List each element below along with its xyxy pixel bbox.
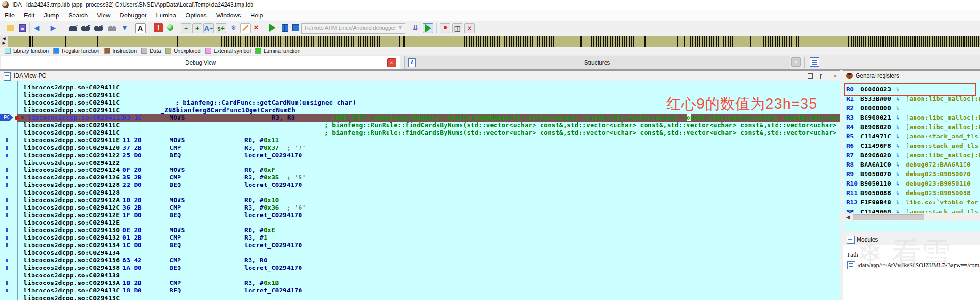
add-watch-icon[interactable]: ◫ bbox=[452, 23, 462, 33]
legend-item: Instruction bbox=[104, 48, 137, 54]
navigation-band[interactable] bbox=[8, 36, 980, 47]
jump-down-icon[interactable]: ▼ bbox=[120, 23, 130, 32]
disasm-row[interactable]: libcocos2dcpp.so:C0294122 bbox=[0, 159, 840, 167]
menu-options[interactable]: Options bbox=[181, 10, 211, 19]
tab-close-icon[interactable]: × bbox=[387, 58, 396, 67]
register-row[interactable]: R200000000↳ bbox=[843, 104, 980, 113]
menu-help[interactable]: Help bbox=[246, 10, 268, 19]
register-row[interactable]: R12F1F90B48↳libc.so:`vtable for'l bbox=[843, 198, 980, 207]
collapse-arrow-icon[interactable]: ∨ bbox=[21, 114, 24, 122]
disasm-row[interactable]: libcocos2dcpp.so:C02941240F 20MOVSR0, #0… bbox=[0, 166, 840, 174]
modules-icon bbox=[847, 236, 855, 244]
disasm-row[interactable]: libcocos2dcpp.so:C029412C36 2BCMPR3, #0x… bbox=[0, 204, 840, 211]
ida-view-title-bar[interactable]: IDA View-PC × bbox=[0, 71, 840, 81]
register-row[interactable]: R000000023↳ bbox=[843, 85, 980, 94]
attach-process-icon[interactable]: ⇊ bbox=[411, 23, 420, 32]
registers-hscrollbar[interactable]: ◀ bbox=[843, 213, 980, 221]
register-row[interactable]: R6C11496F8↳[anon:stack_and_tls:9 bbox=[843, 141, 980, 151]
register-row[interactable]: R4B8908020↳[anon:libc_malloc]:B8 bbox=[843, 122, 980, 132]
disasm-row[interactable]: libcocos2dcpp.so:C029412E bbox=[0, 219, 840, 227]
problems-icon[interactable]: ! bbox=[154, 23, 163, 32]
disasm-row[interactable]: libcocos2dcpp.so:C029413201 2BCMPR3, #1 bbox=[0, 234, 840, 242]
legend-item: Library function bbox=[5, 48, 49, 54]
disasm-row[interactable]: libcocos2dcpp.so:C029412E1F D0BEQlocret_… bbox=[0, 211, 840, 219]
disasm-row[interactable]: libcocos2dcpp.so:C029412225 D0BEQlocret_… bbox=[0, 152, 840, 159]
search-immediate-icon[interactable]: 1 bbox=[94, 23, 103, 32]
registers-title-bar[interactable]: General registers bbox=[843, 71, 980, 81]
tab-structures[interactable]: A Structures bbox=[404, 56, 790, 69]
register-row[interactable]: R9B9050070↳debug023:B9050070 bbox=[843, 170, 980, 179]
window-list-icon[interactable] bbox=[810, 57, 819, 67]
module-icon bbox=[847, 261, 855, 269]
register-row[interactable]: R11B9050088↳debug023:B9050088 bbox=[843, 188, 980, 198]
disasm-row[interactable]: libcocos2dcpp.so:C0294134 bbox=[0, 249, 840, 257]
navigate-forward-icon[interactable]: ▶ bbox=[49, 23, 58, 32]
search-next-icon[interactable] bbox=[107, 23, 117, 32]
breakpoint-dot[interactable] bbox=[15, 116, 19, 120]
disasm-row[interactable]: libcocos2dcpp.so:C029413C18 D0BEQlocret_… bbox=[0, 287, 840, 294]
lumina-snowflake-icon[interactable]: ❄ bbox=[229, 23, 238, 32]
registers-list[interactable]: R000000023↳R1B933BA00↳[anon:libc_malloc]… bbox=[843, 81, 980, 222]
debugger-stop-icon[interactable] bbox=[291, 23, 300, 32]
navband-arrows[interactable]: ◀▶ bbox=[0, 36, 8, 48]
menu-edit[interactable]: Edit bbox=[19, 10, 39, 19]
menu-windows[interactable]: Windows bbox=[211, 10, 246, 19]
tabbar-close-icon[interactable]: × bbox=[791, 57, 801, 67]
search-binary-icon[interactable]: # bbox=[68, 23, 78, 32]
disasm-row[interactable]: libcocos2dcpp.so:C029412822 D0BEQlocret_… bbox=[0, 181, 840, 189]
disasm-row[interactable]: libcocos2dcpp.so:C0294128 bbox=[0, 189, 840, 196]
menu-lumina[interactable]: Lumina bbox=[151, 10, 181, 19]
disasm-row[interactable]: libcocos2dcpp.so:C02941341C D0BEQlocret_… bbox=[0, 242, 840, 249]
disasm-row[interactable]: libcocos2dcpp.so:C029413683 42CMPR3, R0 bbox=[0, 257, 840, 264]
float-window-icon[interactable] bbox=[807, 73, 813, 79]
register-row[interactable]: R1B933BA00↳[anon:libc_malloc]:B9 bbox=[843, 94, 980, 104]
scrollbar-thumb[interactable] bbox=[853, 214, 924, 220]
disasm-row[interactable]: libcocos2dcpp.so:C02941381A D0BEQlocret_… bbox=[0, 264, 840, 272]
menu-jump[interactable]: Jump bbox=[39, 10, 64, 19]
search-text-icon[interactable]: T bbox=[81, 23, 90, 32]
create-string-icon[interactable]: s+ bbox=[216, 23, 226, 33]
debugger-continue-icon[interactable] bbox=[267, 23, 277, 32]
disasm-row[interactable]: PC∨libcocos2dcpp.so:C029411C03 1CMOVSR3,… bbox=[0, 114, 840, 122]
debugger-selector[interactable]: Remote ARM Linux/Android debugger ▼ bbox=[301, 23, 405, 34]
edit-icon[interactable] bbox=[240, 23, 251, 33]
disasm-row[interactable]: libcocos2dcpp.so:C029411E11 20MOVSR0, #0… bbox=[0, 137, 840, 144]
close-window-icon[interactable]: × bbox=[832, 73, 839, 79]
create-data-icon[interactable]: + bbox=[192, 23, 202, 33]
step-over-icon[interactable] bbox=[423, 23, 433, 33]
menu-view[interactable]: View bbox=[92, 10, 115, 19]
menu-debugger[interactable]: Debugger bbox=[115, 10, 151, 19]
disasm-row[interactable]: libcocos2dcpp.so:C029411C; bianfeng::Run… bbox=[0, 129, 840, 137]
register-row[interactable]: R3B8908021↳[anon:libc_malloc]:B8 bbox=[843, 113, 980, 122]
register-row[interactable]: R8BAA6A1C0↳debug072:BAA6A1C0 bbox=[843, 160, 980, 170]
open-file-icon[interactable] bbox=[6, 23, 15, 32]
scroll-left-icon[interactable]: ◀ bbox=[844, 214, 851, 220]
register-row[interactable]: R10B9050110↳debug023:B9050110 bbox=[843, 179, 980, 188]
disasm-row[interactable]: libcocos2dcpp.so:C029411C bbox=[0, 84, 840, 91]
delete-icon[interactable]: × bbox=[251, 23, 261, 32]
create-function-icon[interactable]: + bbox=[181, 23, 191, 33]
menu-file[interactable]: File bbox=[0, 10, 19, 19]
register-row[interactable]: R5C114971C↳[anon:stack_and_tls:9 bbox=[843, 132, 980, 141]
disasm-row[interactable]: libcocos2dcpp.so:C029412635 2BCMPR3, #0x… bbox=[0, 174, 840, 181]
disasm-row[interactable]: libcocos2dcpp.so:C029411C; bianfeng::Run… bbox=[0, 122, 840, 129]
register-row[interactable]: R7B8908020↳[anon:libc_malloc]:B8 bbox=[843, 151, 980, 160]
disasm-row[interactable]: libcocos2dcpp.so:C029412A10 20MOVSR0, #0… bbox=[0, 196, 840, 204]
disasm-row[interactable]: libcocos2dcpp.so:C0294138 bbox=[0, 272, 840, 279]
disasm-row[interactable]: libcocos2dcpp.so:C029412037 2BCMPR3, #0x… bbox=[0, 144, 840, 152]
navigate-back-icon[interactable]: ◀ bbox=[32, 23, 41, 32]
tab-debug-view[interactable]: Debug View × bbox=[1, 56, 400, 69]
save-icon[interactable] bbox=[18, 23, 27, 32]
disasm-row[interactable]: libcocos2dcpp.so:C02941300E 20MOVSR0, #0… bbox=[0, 227, 840, 234]
disasm-row[interactable]: libcocos2dcpp.so:C029413A1B 2BCMPR3, #0x… bbox=[0, 279, 840, 287]
debugger-pause-icon[interactable] bbox=[280, 23, 289, 32]
pc-badge: PC bbox=[0, 114, 13, 121]
disasm-row[interactable]: libcocos2dcpp.so:C029413C bbox=[0, 294, 840, 300]
terminate-process-icon[interactable]: × bbox=[464, 23, 475, 33]
text-options-icon[interactable]: A bbox=[135, 23, 146, 33]
restore-window-icon[interactable] bbox=[820, 73, 826, 79]
line-mark-icon bbox=[6, 236, 8, 240]
breakpoint-window-icon[interactable] bbox=[440, 23, 450, 33]
menu-search[interactable]: Search bbox=[64, 10, 92, 19]
create-struct-icon[interactable]: A+ bbox=[203, 23, 214, 33]
